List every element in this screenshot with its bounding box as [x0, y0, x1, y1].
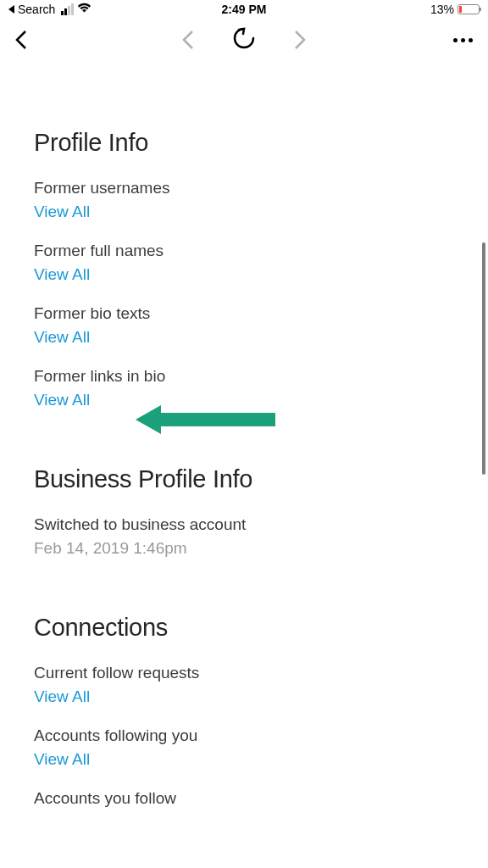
item-label: Former full names	[34, 242, 454, 260]
item-label: Former links in bio	[34, 367, 454, 386]
cellular-signal-icon	[61, 3, 74, 15]
status-right: 13%	[430, 3, 480, 16]
nav-bar	[0, 19, 488, 61]
profile-info-section: Profile Info Former usernames View All F…	[34, 129, 454, 409]
battery-percent: 13%	[430, 3, 454, 16]
item-label: Former bio texts	[34, 304, 454, 323]
item-label: Accounts you follow	[34, 789, 454, 808]
view-all-link[interactable]: View All	[34, 328, 454, 347]
item-label: Switched to business account	[34, 515, 454, 534]
browser-forward-button[interactable]	[294, 30, 306, 50]
status-time: 2:49 PM	[222, 3, 267, 16]
section-title-connections: Connections	[34, 614, 454, 642]
business-profile-section: Business Profile Info Switched to busine…	[34, 465, 454, 558]
connections-section: Connections Current follow requests View…	[34, 614, 454, 808]
item-accounts-following-you: Accounts following you View All	[34, 726, 454, 769]
section-title-profile: Profile Info	[34, 129, 454, 157]
back-button[interactable]	[15, 30, 27, 50]
annotation-arrow	[136, 405, 275, 434]
back-to-app-label[interactable]: Search	[18, 3, 55, 16]
item-label: Accounts following you	[34, 726, 454, 745]
view-all-link[interactable]: View All	[34, 265, 454, 284]
item-timestamp: Feb 14, 2019 1:46pm	[34, 539, 454, 558]
status-left: Search	[8, 3, 92, 16]
item-former-usernames: Former usernames View All	[34, 179, 454, 221]
wifi-icon	[77, 3, 92, 16]
content-area: Profile Info Former usernames View All F…	[0, 129, 488, 868]
arrow-left-icon	[136, 405, 161, 434]
item-current-follow-requests: Current follow requests View All	[34, 664, 454, 706]
browser-back-button[interactable]	[182, 30, 194, 50]
item-former-full-names: Former full names View All	[34, 242, 454, 284]
status-bar: Search 2:49 PM 13%	[0, 0, 488, 19]
more-options-button[interactable]	[453, 38, 473, 42]
item-label: Former usernames	[34, 179, 454, 198]
item-label: Current follow requests	[34, 664, 454, 682]
item-former-links-in-bio: Former links in bio View All	[34, 367, 454, 409]
view-all-link[interactable]: View All	[34, 687, 454, 706]
item-accounts-you-follow: Accounts you follow	[34, 789, 454, 808]
section-title-business: Business Profile Info	[34, 465, 454, 493]
back-to-app-icon[interactable]	[8, 5, 14, 14]
view-all-link[interactable]: View All	[34, 203, 454, 221]
reload-button[interactable]	[231, 25, 257, 54]
scroll-indicator[interactable]	[482, 242, 485, 475]
arrow-shaft	[161, 413, 275, 426]
item-former-bio-texts: Former bio texts View All	[34, 304, 454, 347]
battery-icon	[458, 4, 480, 14]
item-switched-business: Switched to business account Feb 14, 201…	[34, 515, 454, 558]
view-all-link[interactable]: View All	[34, 750, 454, 769]
